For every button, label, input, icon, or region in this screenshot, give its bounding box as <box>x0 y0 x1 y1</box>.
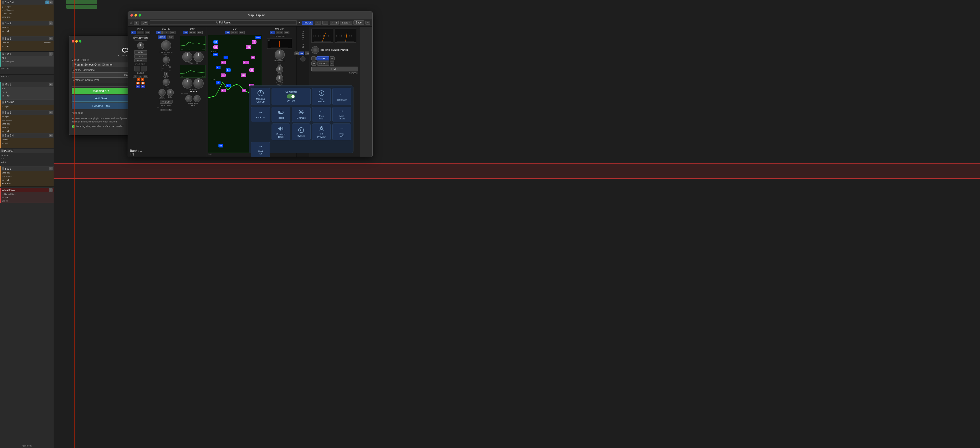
atk-6b[interactable]: 6 <box>141 78 144 81</box>
ab-btn[interactable]: A→B <box>330 21 339 25</box>
track-4-add[interactable]: + <box>49 52 52 56</box>
track-bus34b-add[interactable]: + <box>49 134 52 137</box>
track-7-a[interactable]: a <box>2 83 4 86</box>
save-button[interactable]: Save <box>353 21 364 25</box>
widget-as-preview-btn[interactable]: AS Preview <box>312 124 331 140</box>
toolbar-btn-1[interactable]: ⊞ <box>134 21 139 25</box>
track-bus9-a[interactable]: a <box>2 167 4 170</box>
in-button[interactable]: IN <box>294 52 299 56</box>
gate-ms-tab[interactable]: MS <box>170 31 176 34</box>
gate-rel-knob[interactable] <box>167 89 174 96</box>
widget-bypass-btn[interactable]: Bypass <box>292 124 310 140</box>
filter-btn-2[interactable] <box>141 66 146 71</box>
odd-btn[interactable]: ODD <box>134 50 147 54</box>
ds2-st-tab[interactable]: ST <box>183 31 188 34</box>
atk-6[interactable]: 6 <box>137 78 140 81</box>
pre-knob-1[interactable] <box>137 42 144 49</box>
track-pcm2-a[interactable]: a <box>1 149 3 152</box>
limit-button[interactable]: LIMIT <box>311 67 358 71</box>
rename-bank-button[interactable]: Rename Bank <box>72 103 130 109</box>
l-button[interactable]: L <box>311 56 316 60</box>
thump-btn[interactable]: THUMP <box>160 100 172 103</box>
eq-st-tab[interactable]: ST <box>225 31 230 34</box>
map-dot-yellow[interactable] <box>135 14 137 17</box>
ds2-freq-knob2[interactable] <box>182 78 192 89</box>
widget-next-as-btn[interactable]: → Next AS <box>251 142 270 157</box>
saturation-btn[interactable]: SATURATION <box>134 35 147 41</box>
setup-a-btn[interactable]: Setup A <box>340 21 352 25</box>
redo-btn[interactable]: → <box>322 21 328 25</box>
gr-button[interactable]: GR <box>299 52 304 56</box>
pre-st-tab[interactable]: ST <box>130 31 136 34</box>
gate-st-tab[interactable]: ST <box>156 31 161 34</box>
r-button[interactable]: R <box>330 56 334 60</box>
stereo-button[interactable]: STEREO <box>317 56 329 60</box>
track-1-f[interactable]: f <box>2 1 4 3</box>
track-bus1b-add[interactable]: + <box>49 111 52 114</box>
hz-20-1[interactable]: 20 <box>133 75 137 78</box>
focus-button[interactable]: FOCUS <box>302 21 313 25</box>
widget-bank-dwn-btn[interactable]: ← Bank Dwn <box>332 88 351 105</box>
eq-ms-tab[interactable]: MS <box>239 31 245 34</box>
track-master-add[interactable]: + <box>49 188 52 192</box>
atk-12[interactable]: 12 <box>136 82 140 84</box>
comp-duo-tab[interactable]: DUO <box>276 31 283 34</box>
comp-threshold-knob[interactable] <box>275 49 285 60</box>
gate-threshold-knob[interactable] <box>161 40 171 51</box>
gate-atk-knob[interactable] <box>159 89 165 96</box>
atk-18b[interactable]: 18 <box>141 85 145 88</box>
track-2-a[interactable]: a <box>2 22 4 24</box>
hz-20-2[interactable]: 20k <box>138 75 142 78</box>
widget-as-render-btn[interactable]: AS Render <box>312 88 331 105</box>
widget-toggle-btn[interactable]: Toggle <box>272 106 290 122</box>
gate-duo-tab[interactable]: DUO <box>162 31 169 34</box>
ds2-sc-knob[interactable] <box>193 95 200 102</box>
widget-minimize-btn[interactable]: Minimize <box>292 106 310 122</box>
atk-18[interactable]: 18 <box>136 85 140 88</box>
map-dot-green[interactable] <box>138 14 141 17</box>
ds2-freq-knob[interactable] <box>182 52 192 62</box>
cs-dot-yellow[interactable] <box>75 40 78 43</box>
cs-toggle-switch[interactable] <box>287 94 295 98</box>
pre-duo-tab[interactable]: DUO <box>137 31 144 34</box>
close-label[interactable]: CLOSE <box>137 72 144 74</box>
db-2-btn[interactable]: 2 dB <box>160 109 165 111</box>
exp-btn[interactable]: EXP <box>167 35 174 39</box>
track-4-a[interactable]: a <box>2 52 4 55</box>
widget-next-insert-btn[interactable]: → Next Insert <box>332 106 351 122</box>
s-button[interactable]: S <box>330 62 334 65</box>
db-4-btn[interactable]: 4 dB <box>166 109 172 111</box>
add-bank-button[interactable]: Add Bank <box>72 95 130 102</box>
track-3-add[interactable]: + <box>49 37 52 40</box>
gate-floor-knob[interactable] <box>162 79 170 86</box>
gate-arrow[interactable]: ◀ <box>164 72 168 76</box>
ds2-ms-tab[interactable]: MS <box>197 31 203 34</box>
hz-20-3[interactable]: 20k <box>143 75 148 78</box>
map-dot-red[interactable] <box>130 14 133 17</box>
track-pcm-a[interactable]: a <box>2 101 4 103</box>
heavy-btn[interactable]: HEAVY <box>134 59 147 62</box>
track-1-add[interactable]: + <box>49 0 52 4</box>
mapping-on-button[interactable]: Mapping: On <box>72 88 130 94</box>
ds2-output-knob[interactable] <box>185 95 192 102</box>
ds2-duo-tab[interactable]: DUO <box>189 31 196 34</box>
track-bus1b-a[interactable]: a <box>2 111 4 114</box>
track-3-a[interactable]: a <box>2 37 4 40</box>
comp-attack-knob[interactable] <box>276 75 283 82</box>
undo-btn[interactable]: ← <box>315 21 321 25</box>
even-btn[interactable]: EVEN <box>134 54 147 58</box>
widget-cs-control-btn[interactable]: CS Control On / Off <box>272 88 310 105</box>
track-7-add[interactable]: + <box>49 83 52 86</box>
preset-name[interactable]: A: Full Reset <box>150 21 297 25</box>
widget-mapping-btn[interactable]: Mapping On / Off <box>251 88 270 105</box>
preset-dropdown-icon[interactable]: ▼ <box>298 21 301 24</box>
widget-prev-deck-btn[interactable]: Previous Deck <box>272 124 290 140</box>
ds2-gain-knob[interactable] <box>193 52 204 62</box>
insert-close-btn[interactable] <box>301 56 305 62</box>
filter-btn-1[interactable] <box>135 66 140 71</box>
widget-bank-up-btn[interactable]: → Bank Up <box>251 106 270 122</box>
mono-button[interactable]: MONO <box>317 62 329 65</box>
track-bus34b-a[interactable]: a <box>2 134 4 137</box>
cs-dot-green[interactable] <box>79 40 81 43</box>
widget-prev-insert-btn[interactable]: ← Prev Insert <box>312 106 331 122</box>
